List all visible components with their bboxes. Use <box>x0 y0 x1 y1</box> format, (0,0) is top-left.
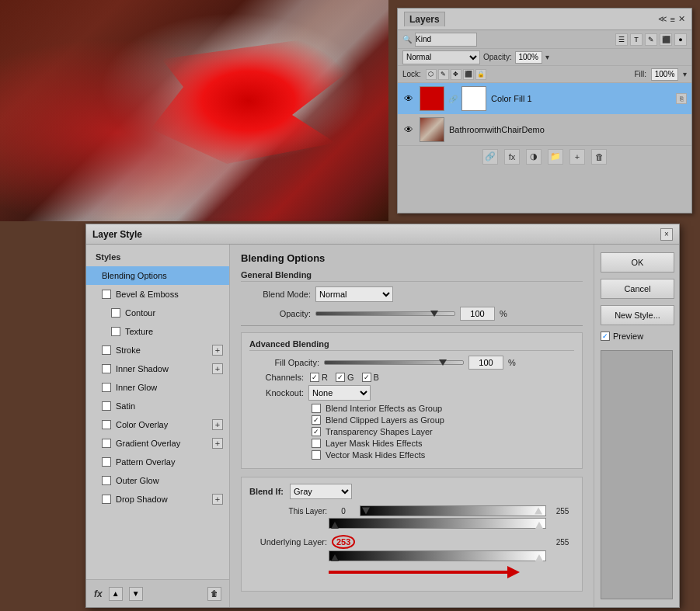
this-layer-thumb-left[interactable] <box>362 508 370 515</box>
preview-checkbox[interactable]: ✓ <box>601 332 610 341</box>
lock-transparent-icon[interactable]: ⬡ <box>426 69 437 80</box>
dialog-close-button[interactable]: × <box>660 228 673 241</box>
outer-glow-checkbox[interactable] <box>102 476 111 485</box>
layer-style-icon[interactable]: fx <box>504 149 520 165</box>
underlying-layer-row: Underlying Layer: 253 255 <box>249 535 574 578</box>
this-layer-gradient-bar[interactable] <box>329 518 546 529</box>
link-layers-icon[interactable]: 🔗 <box>482 149 498 165</box>
new-layer-icon[interactable]: + <box>569 149 585 165</box>
underlying-layer-gradient-bar[interactable] <box>329 550 546 561</box>
style-item-outer-glow[interactable]: Outer Glow <box>86 471 229 490</box>
this-layer-slider-track[interactable] <box>360 505 546 516</box>
layers-tab[interactable]: Layers <box>404 12 445 26</box>
gradient-overlay-add-btn[interactable]: + <box>212 438 223 449</box>
style-item-bevel-emboss[interactable]: Bevel & Emboss <box>86 285 229 304</box>
drop-shadow-add-btn[interactable]: + <box>212 494 223 505</box>
layer-mask-hides-checkbox[interactable] <box>312 439 321 448</box>
fx-delete-btn[interactable]: 🗑 <box>207 587 221 601</box>
style-item-blending-options[interactable]: Blending Options <box>86 266 229 285</box>
fill-opacity-slider[interactable] <box>324 356 464 369</box>
style-item-bevel-emboss-label: Bevel & Emboss <box>116 290 179 299</box>
layer-row-color-fill[interactable]: 👁 🔗 Color Fill 1 ⎘ <box>398 83 691 114</box>
this-layer-black-thumb[interactable] <box>331 522 339 529</box>
opacity-input[interactable] <box>515 51 542 64</box>
style-item-contour[interactable]: Contour <box>86 304 229 322</box>
this-layer-slider-bar <box>329 518 574 529</box>
panel-menu-icon[interactable]: ≡ <box>670 15 675 24</box>
opacity-dropdown-arrow[interactable]: ▾ <box>545 53 549 61</box>
layer-style-dialog: Layer Style × Styles Blending Options Be… <box>85 224 680 608</box>
drop-shadow-checkbox[interactable] <box>102 495 111 504</box>
cancel-button[interactable]: Cancel <box>601 279 674 299</box>
lock-all-icon[interactable]: 🔒 <box>475 69 486 80</box>
stroke-checkbox[interactable] <box>102 345 111 355</box>
style-item-pattern-overlay[interactable]: Pattern Overlay <box>86 453 229 471</box>
lock-move-icon[interactable]: ✥ <box>451 69 461 80</box>
type-filter-icon[interactable]: ✎ <box>645 33 657 46</box>
lock-artboard-icon[interactable]: ⬛ <box>463 69 474 80</box>
style-item-inner-glow[interactable]: Inner Glow <box>86 378 229 397</box>
shape-filter-icon[interactable]: ⬛ <box>660 33 672 46</box>
color-overlay-add-btn[interactable]: + <box>212 419 223 430</box>
opacity-slider[interactable] <box>315 307 455 320</box>
style-item-texture[interactable]: Texture <box>86 322 229 341</box>
vector-mask-hides-checkbox[interactable] <box>312 450 321 460</box>
adjustment-filter-icon[interactable]: T <box>630 33 643 46</box>
blend-mode-select[interactable]: Normal <box>402 50 480 64</box>
layer-mask-icon[interactable]: ◑ <box>526 149 542 165</box>
fill-opacity-slider-thumb[interactable] <box>439 359 447 366</box>
layer-row-photo[interactable]: 👁 BathroomwithChairDemo <box>398 114 691 145</box>
channel-g-checkbox[interactable] <box>336 373 345 382</box>
pixel-filter-icon[interactable]: ☰ <box>615 33 628 46</box>
new-style-button[interactable]: New Style... <box>601 305 674 325</box>
channel-b-checkbox[interactable] <box>362 373 371 382</box>
layers-panel-header-left: Layers <box>404 12 445 26</box>
inner-shadow-checkbox[interactable] <box>102 364 111 373</box>
collapse-icon[interactable]: ≪ <box>658 14 667 24</box>
transparency-shapes-checkbox[interactable] <box>312 427 321 436</box>
this-layer-white-thumb[interactable] <box>535 522 543 529</box>
style-item-color-overlay[interactable]: Color Overlay + <box>86 415 229 434</box>
interior-effects-checkbox[interactable] <box>312 404 321 413</box>
style-item-stroke[interactable]: Stroke + <box>86 341 229 359</box>
fx-down-arrow-btn[interactable]: ▼ <box>129 587 143 601</box>
inner-shadow-add-btn[interactable]: + <box>212 363 223 374</box>
blend-if-select[interactable]: Gray <box>290 484 352 499</box>
contour-checkbox[interactable] <box>111 308 120 318</box>
fill-opacity-input[interactable] <box>468 356 503 370</box>
color-overlay-checkbox[interactable] <box>102 420 111 429</box>
fill-input[interactable] <box>651 68 678 81</box>
underlying-black-thumb[interactable] <box>331 554 339 561</box>
knockout-select[interactable]: None <box>308 385 371 401</box>
fx-up-arrow-btn[interactable]: ▲ <box>109 587 123 601</box>
style-item-drop-shadow[interactable]: Drop Shadow + <box>86 490 229 509</box>
style-item-inner-shadow[interactable]: Inner Shadow + <box>86 359 229 378</box>
layer-visibility-icon-1[interactable]: 👁 <box>402 92 415 105</box>
smart-filter-icon[interactable]: ● <box>674 33 687 46</box>
satin-checkbox[interactable] <box>102 401 111 411</box>
underlying-white-thumb[interactable] <box>535 554 543 561</box>
gradient-overlay-checkbox[interactable] <box>102 439 111 448</box>
kind-dropdown[interactable]: Kind <box>415 33 477 47</box>
pattern-overlay-checkbox[interactable] <box>102 457 111 467</box>
texture-checkbox[interactable] <box>111 327 120 336</box>
opacity-form-input[interactable] <box>460 307 495 321</box>
fill-dropdown-arrow[interactable]: ▾ <box>683 70 687 78</box>
ok-button[interactable]: OK <box>601 252 674 273</box>
lock-pixels-icon[interactable]: ✎ <box>438 69 449 80</box>
inner-glow-checkbox[interactable] <box>102 383 111 392</box>
stroke-add-btn[interactable]: + <box>212 345 223 356</box>
this-layer-thumb-right[interactable] <box>535 508 542 515</box>
panel-close-icon[interactable]: ✕ <box>678 14 685 24</box>
delete-layer-icon[interactable]: 🗑 <box>591 149 607 165</box>
layer-visibility-icon-2[interactable]: 👁 <box>402 123 415 136</box>
style-item-satin[interactable]: Satin <box>86 397 229 415</box>
preview-label: Preview <box>613 332 643 341</box>
channel-r-checkbox[interactable] <box>310 373 319 382</box>
blend-mode-form-select[interactable]: Normal <box>315 286 393 302</box>
style-item-gradient-overlay[interactable]: Gradient Overlay + <box>86 434 229 453</box>
bevel-emboss-checkbox[interactable] <box>102 290 111 299</box>
new-group-icon[interactable]: 📁 <box>548 149 563 165</box>
clipped-layers-checkbox[interactable] <box>312 415 321 425</box>
opacity-slider-thumb[interactable] <box>430 311 438 317</box>
